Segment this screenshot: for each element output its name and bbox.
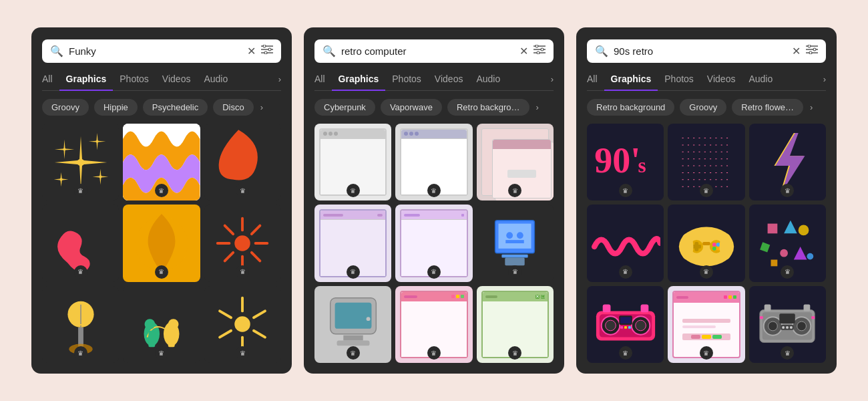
tags-arrow-1[interactable]: › (260, 102, 263, 112)
tab-all-1[interactable]: All (42, 71, 59, 91)
tab-videos-2[interactable]: Videos (428, 71, 470, 91)
tag-hippie-1[interactable]: Hippie (94, 99, 138, 116)
grid-item-2-5[interactable]: ♛ (395, 205, 472, 281)
svg-rect-108 (602, 305, 610, 313)
tab-audio-3[interactable]: Audio (742, 71, 779, 91)
grid-item-3-9[interactable]: ♛ (749, 286, 826, 363)
crown-badge-2-4: ♛ (347, 265, 360, 279)
svg-point-42 (535, 45, 538, 47)
tabs-arrow-3[interactable]: › (823, 72, 826, 90)
svg-point-102 (635, 320, 646, 331)
grid-item-1-2[interactable]: ♛ (123, 124, 200, 200)
svg-rect-19 (216, 242, 231, 245)
grid-item-1-1[interactable]: ♛ (42, 124, 119, 200)
grid-item-1-9[interactable]: ♛ (204, 286, 281, 363)
svg-rect-106 (624, 326, 627, 329)
crown-badge-1-4: ♛ (74, 265, 87, 279)
tab-videos-1[interactable]: Videos (156, 71, 198, 91)
crown-badge-2-8: ♛ (427, 346, 441, 360)
svg-marker-76 (776, 133, 805, 192)
grid-item-2-1[interactable]: ♛ (314, 124, 391, 200)
grid-item-1-3[interactable]: ♛ (204, 124, 281, 200)
tag-cyberpunk-2[interactable]: Cyberpunk (314, 99, 375, 116)
grid-item-3-1[interactable]: 90' s ♛ (587, 124, 664, 200)
tabs-3: All Graphics Photos Videos Audio › (587, 71, 826, 91)
svg-rect-31 (168, 331, 175, 348)
tab-graphics-1[interactable]: Graphics (59, 71, 114, 91)
search-bar-3[interactable]: 🔍 ✕ (587, 39, 826, 63)
svg-rect-15 (254, 242, 269, 245)
search-bar-2[interactable]: 🔍 ✕ (314, 39, 554, 63)
tag-vaporwave-2[interactable]: Vaporwave (381, 99, 442, 116)
crown-badge-2-5: ♛ (427, 265, 441, 279)
svg-rect-122 (804, 305, 811, 311)
clear-button-1[interactable]: ✕ (247, 45, 256, 57)
grid-1: ♛ ♛ ♛ ♛ (42, 124, 281, 363)
grid-item-2-7[interactable]: ♛ (314, 286, 391, 363)
tags-arrow-2[interactable]: › (536, 102, 539, 112)
svg-rect-123 (760, 317, 763, 319)
grid-item-3-8[interactable]: ♛ (668, 286, 744, 363)
tabs-arrow-2[interactable]: › (551, 72, 554, 90)
grid-item-3-3[interactable]: ♛ (749, 124, 826, 200)
tab-audio-1[interactable]: Audio (197, 71, 234, 91)
tag-disco-1[interactable]: Disco (213, 99, 254, 116)
grid-item-3-7[interactable]: ♛ (587, 286, 664, 363)
tag-retrobg-3[interactable]: Retro background (587, 99, 674, 116)
grid-item-1-5[interactable]: ♛ (123, 205, 200, 281)
grid-item-2-6[interactable]: ♛ (477, 205, 554, 281)
tag-retro-bg-2[interactable]: Retro backgro… (447, 99, 529, 116)
tab-photos-3[interactable]: Photos (658, 71, 700, 91)
tab-videos-3[interactable]: Videos (700, 71, 742, 91)
svg-rect-30 (148, 331, 155, 348)
tab-graphics-2[interactable]: Graphics (332, 71, 386, 91)
tag-groovy-3[interactable]: Groovy (680, 99, 726, 116)
grid-item-1-4[interactable]: ♛ (42, 205, 119, 281)
svg-rect-33 (241, 297, 244, 313)
tab-photos-2[interactable]: Photos (385, 71, 428, 91)
tab-all-2[interactable]: All (314, 71, 332, 91)
search-input-2[interactable] (341, 45, 514, 57)
crown-badge-1-3: ♛ (236, 184, 249, 197)
grid-item-2-9[interactable]: ✕ □ ♛ (477, 286, 554, 363)
tab-all-3[interactable]: All (587, 71, 604, 91)
grid-item-1-6[interactable]: ♛ (204, 205, 281, 281)
tab-photos-1[interactable]: Photos (113, 71, 156, 91)
tabs-arrow-1[interactable]: › (278, 72, 281, 90)
grid-item-3-5[interactable]: ♛ (668, 205, 744, 281)
search-input-1[interactable] (69, 45, 242, 57)
tag-groovy-1[interactable]: Groovy (42, 99, 89, 116)
grid-item-3-6[interactable]: ♛ (749, 205, 826, 281)
grid-item-2-8[interactable]: ♛ (395, 286, 472, 363)
tab-audio-2[interactable]: Audio (469, 71, 507, 91)
tag-retroflower-3[interactable]: Retro flowe… (732, 99, 803, 116)
filter-button-1[interactable] (261, 45, 273, 57)
search-bar-1[interactable]: 🔍 ✕ (42, 39, 281, 63)
filter-button-3[interactable] (806, 45, 818, 57)
svg-rect-50 (507, 243, 510, 246)
grid-2: ♛ ♛ (314, 124, 554, 363)
tab-graphics-3[interactable]: Graphics (604, 71, 658, 91)
svg-marker-9 (53, 172, 68, 186)
svg-marker-90 (784, 221, 797, 234)
grid-item-3-4[interactable]: ♛ (587, 205, 664, 281)
filter-button-2[interactable] (533, 45, 546, 57)
panel-90s-retro: 🔍 ✕ All Graphics Photos Videos Audio › (576, 27, 837, 374)
grid-item-2-3[interactable]: ♛ (477, 124, 554, 200)
crown-badge-2-9: ♛ (508, 346, 521, 360)
grid-item-2-2[interactable]: ♛ (395, 124, 472, 200)
grid-item-1-7[interactable]: ♛ (42, 286, 119, 363)
crown-badge-2-3: ♛ (508, 184, 521, 197)
crown-badge-1-5: ♛ (155, 265, 168, 279)
tag-psychedelic-1[interactable]: Psychedelic (143, 99, 208, 116)
clear-button-2[interactable]: ✕ (519, 45, 528, 57)
search-input-3[interactable] (614, 45, 787, 57)
grid-item-3-2[interactable]: ♛ (668, 124, 744, 200)
grid-item-1-8[interactable]: ♛ (123, 286, 200, 363)
crown-badge-3-8: ♛ (700, 346, 713, 360)
svg-rect-16 (250, 251, 262, 263)
grid-item-2-4[interactable]: ♛ (314, 205, 391, 281)
svg-rect-121 (765, 305, 771, 311)
tags-arrow-3[interactable]: › (810, 102, 813, 112)
clear-button-3[interactable]: ✕ (792, 45, 801, 57)
